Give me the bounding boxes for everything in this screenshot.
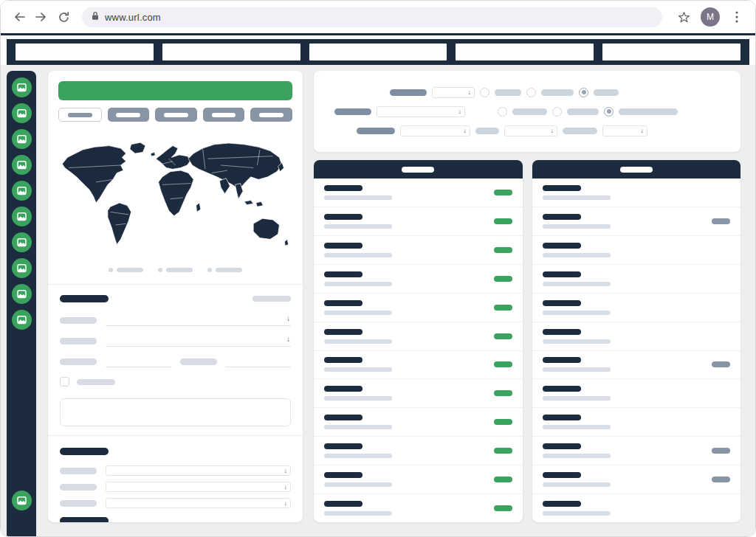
field-label-placeholder — [60, 468, 97, 474]
select-field[interactable]: ↓ — [106, 498, 291, 508]
radio-button[interactable] — [604, 107, 614, 117]
back-icon[interactable] — [10, 7, 29, 27]
textarea-field[interactable] — [60, 398, 291, 426]
avatar[interactable]: M — [701, 7, 720, 27]
lists-row — [314, 160, 740, 522]
item-subtitle-placeholder — [543, 454, 611, 458]
list-item[interactable] — [532, 465, 741, 494]
list-item[interactable] — [532, 351, 741, 380]
list-item[interactable] — [314, 294, 523, 322]
nav-item-placeholder[interactable] — [16, 44, 154, 60]
list-item[interactable] — [314, 236, 523, 265]
list-item[interactable] — [314, 465, 523, 494]
filter-panel: ↓↓↓↓↓ — [314, 71, 740, 152]
list-item[interactable] — [532, 179, 741, 207]
bookmark-star-icon[interactable] — [674, 7, 693, 27]
filter-select[interactable]: ↓ — [602, 125, 647, 136]
rail-app-button[interactable] — [12, 491, 32, 510]
list-item[interactable] — [532, 494, 741, 522]
forward-icon[interactable] — [32, 7, 51, 27]
text-field[interactable] — [106, 356, 171, 367]
list-item[interactable] — [532, 294, 741, 322]
list-item-text — [324, 185, 392, 200]
item-title-placeholder — [324, 386, 362, 392]
lock-icon — [92, 10, 99, 24]
list-item[interactable] — [532, 236, 741, 265]
text-field[interactable] — [226, 356, 292, 367]
filter-select[interactable]: ↓ — [432, 87, 475, 98]
filter-select[interactable]: ↓ — [400, 125, 470, 136]
list-item[interactable] — [314, 379, 523, 408]
menu-dots-icon[interactable] — [727, 7, 746, 27]
field-label-placeholder — [60, 317, 97, 324]
world-map[interactable] — [58, 136, 292, 259]
list-item[interactable] — [314, 494, 523, 522]
item-subtitle-placeholder — [324, 425, 392, 429]
list-item[interactable] — [532, 437, 741, 465]
list-item[interactable] — [314, 408, 523, 437]
select-field[interactable]: ↓ — [106, 482, 291, 492]
rail-app-button[interactable] — [12, 284, 32, 304]
item-subtitle-placeholder — [543, 396, 611, 401]
rail-app-button[interactable] — [12, 310, 32, 330]
item-title-placeholder — [543, 214, 581, 220]
rail-app-button[interactable] — [12, 77, 32, 97]
list-item[interactable] — [314, 351, 523, 380]
section-title-placeholder — [60, 517, 109, 522]
nav-item-placeholder[interactable] — [456, 44, 594, 60]
list-item[interactable] — [314, 437, 523, 465]
rail-app-button[interactable] — [12, 258, 32, 278]
filter-label-placeholder — [357, 128, 395, 134]
list-title-placeholder — [620, 167, 653, 173]
tab-1[interactable] — [108, 108, 150, 122]
radio-button[interactable] — [579, 88, 588, 97]
status-badge — [712, 218, 730, 224]
status-badge — [494, 390, 512, 396]
section-action-placeholder[interactable] — [252, 296, 291, 302]
radio-button[interactable] — [552, 107, 562, 117]
select-field[interactable]: ↓ — [106, 465, 291, 476]
radio-button[interactable] — [526, 88, 536, 97]
list-item[interactable] — [532, 207, 741, 236]
rail-app-button[interactable] — [12, 129, 32, 149]
list-item[interactable] — [314, 265, 523, 294]
list-item[interactable] — [532, 379, 741, 408]
image-icon — [16, 211, 27, 222]
list-item[interactable] — [532, 322, 741, 351]
tab-4[interactable] — [250, 108, 292, 122]
checkbox[interactable] — [60, 377, 69, 387]
rail-app-button[interactable] — [12, 103, 32, 123]
rail-app-button[interactable] — [12, 232, 32, 252]
map-legend — [58, 268, 292, 272]
tab-2[interactable] — [155, 108, 197, 122]
item-subtitle-placeholder — [324, 253, 392, 257]
list-item[interactable] — [314, 207, 523, 236]
rail-app-button[interactable] — [12, 181, 32, 201]
radio-button[interactable] — [498, 107, 507, 117]
nav-item-placeholder[interactable] — [602, 44, 740, 60]
tab-0[interactable] — [58, 108, 102, 122]
list-body — [532, 179, 741, 522]
radio-button[interactable] — [480, 88, 489, 97]
chevron-down-icon: ↓ — [464, 127, 467, 134]
filter-select[interactable]: ↓ — [377, 106, 465, 117]
filter-select[interactable]: ↓ — [504, 125, 557, 136]
tab-3[interactable] — [203, 108, 245, 122]
dropdown-field[interactable]: ↓ — [106, 336, 291, 347]
nav-item-placeholder[interactable] — [309, 44, 447, 60]
list-item[interactable] — [314, 322, 523, 351]
reload-icon[interactable] — [54, 7, 73, 27]
url-bar[interactable]: www.url.com — [82, 7, 662, 27]
rail-app-button[interactable] — [12, 155, 32, 175]
list-item-text — [324, 472, 392, 487]
panel-header-bar — [58, 81, 292, 100]
image-icon — [16, 263, 27, 274]
nav-item-placeholder[interactable] — [162, 44, 300, 60]
list-item[interactable] — [532, 265, 741, 294]
dropdown-field[interactable]: ↓ — [106, 315, 291, 326]
list-item[interactable] — [532, 408, 741, 437]
item-title-placeholder — [543, 243, 581, 249]
rail-app-button[interactable] — [12, 207, 32, 226]
list-item[interactable] — [314, 179, 523, 207]
field-label-placeholder — [60, 500, 97, 507]
